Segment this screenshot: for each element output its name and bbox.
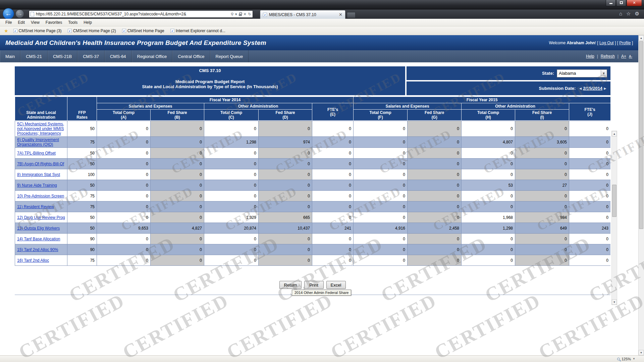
cell-D[interactable]: 0 [259, 244, 312, 255]
cell-J[interactable]: 0 [569, 255, 611, 266]
maximize-button[interactable] [616, 0, 626, 6]
cell-C[interactable]: 0 [204, 169, 259, 180]
table-scrollbar[interactable]: ▲ ▼ [611, 131, 617, 305]
window-titlebar[interactable]: ✕ [0, 0, 644, 9]
menu-item-2[interactable]: View [28, 19, 42, 25]
scroll-up-icon[interactable]: ▲ [639, 35, 644, 41]
back-button[interactable]: ← [3, 8, 14, 19]
cell-H[interactable]: 0 [462, 191, 515, 201]
cell-G[interactable]: 0 [408, 255, 462, 266]
cell-F[interactable]: 0 [354, 121, 408, 137]
cell-F[interactable]: 4,916 [354, 223, 408, 234]
security-lock-icon[interactable] [239, 14, 242, 16]
cell-I[interactable]: 0 [515, 201, 569, 212]
cell-I[interactable]: 0 [515, 191, 569, 201]
cell-D[interactable]: 0 [259, 180, 312, 191]
new-tab-button[interactable] [347, 12, 356, 18]
favorite-item-3[interactable]: eInternet Explorer cannot d... [168, 28, 228, 34]
cell-B[interactable]: 0 [151, 180, 204, 191]
logout-link[interactable]: Log Out [599, 41, 614, 45]
cell-I[interactable]: 0 [515, 121, 569, 137]
state-dropdown[interactable]: Alabama ▼ [557, 69, 607, 77]
row-link[interactable]: 10) Pre-Admission Screen [17, 194, 64, 198]
settings-gear-icon[interactable]: ⚙ [635, 11, 639, 17]
cell-C[interactable]: 1,298 [204, 137, 259, 148]
cell-G[interactable]: 0 [408, 180, 462, 191]
cell-D[interactable]: 665 [259, 212, 312, 223]
menu-item-5[interactable]: Help [81, 19, 95, 25]
cell-D[interactable]: 0 [259, 201, 312, 212]
cell-A[interactable]: 0 [97, 244, 151, 255]
home-icon[interactable]: ⌂ [619, 11, 622, 17]
scrollbar-thumb[interactable] [639, 41, 643, 229]
cell-E[interactable]: 0 [312, 180, 354, 191]
cell-B[interactable]: 0 [151, 169, 204, 180]
cell-D[interactable]: 0 [259, 169, 312, 180]
cell-H[interactable]: 0 [462, 201, 515, 212]
menu-item-0[interactable]: File [3, 19, 14, 25]
favorite-item-0[interactable]: eCMSnet Home Page (3) [11, 28, 64, 34]
cell-H[interactable]: 1,968 [462, 212, 515, 223]
cell-F[interactable]: 0 [354, 234, 408, 244]
cell-H[interactable]: 0 [462, 148, 515, 159]
cell-C[interactable]: 0 [204, 244, 259, 255]
cell-D[interactable]: 0 [259, 234, 312, 244]
cell-C[interactable]: 0 [204, 148, 259, 159]
cell-E[interactable]: 0 [312, 148, 354, 159]
row-link[interactable]: 12) Drug Use Review Prog [17, 215, 65, 220]
dropdown-arrow-icon[interactable]: ▼ [601, 70, 606, 77]
cell-B[interactable]: 0 [151, 191, 204, 201]
row-link[interactable]: 16) Tanf 2nd Alloc [17, 258, 49, 263]
row-link[interactable]: 14) Tanf Base Allocation [17, 237, 60, 241]
refresh-icon[interactable]: ↻ [248, 12, 251, 16]
cell-A[interactable]: 0 [97, 180, 151, 191]
cell-J[interactable]: 0 [569, 148, 611, 159]
cell-E[interactable]: 0 [312, 159, 354, 169]
cell-F[interactable]: 0 [354, 191, 408, 201]
scrollbar-thumb[interactable] [612, 185, 616, 217]
url-text[interactable]: https://65.220.21.9/MBESCBES/CMS37/CMS37… [36, 12, 229, 16]
cell-I[interactable]: 0 [515, 148, 569, 159]
help-link[interactable]: Help [586, 54, 594, 59]
cell-F[interactable]: 0 [354, 244, 408, 255]
favorite-item-2[interactable]: eCMSnet Home Page [120, 28, 167, 34]
cell-C[interactable]: 0 [204, 255, 259, 266]
row-link[interactable]: 7A) TPL-Billing Offset [17, 151, 56, 156]
nav-item-regional-office[interactable]: Regional Office [132, 50, 173, 62]
nav-item-cms-64[interactable]: CMS-64 [105, 50, 132, 62]
cell-E[interactable]: 0 [312, 169, 354, 180]
cell-E[interactable]: 0 [312, 212, 354, 223]
excel-button[interactable]: Excel [326, 281, 346, 289]
cell-C[interactable]: 0 [204, 121, 259, 137]
nav-item-cms-21[interactable]: CMS-21 [20, 50, 48, 62]
cell-G[interactable]: 0 [408, 234, 462, 244]
zoom-dropdown-icon[interactable]: ▼ [633, 357, 635, 360]
cell-E[interactable]: 0 [312, 255, 354, 266]
cell-F[interactable]: 0 [354, 148, 408, 159]
cell-A[interactable]: 0 [97, 159, 151, 169]
cell-J[interactable]: 0 [569, 201, 611, 212]
cell-B[interactable]: 0 [151, 201, 204, 212]
cell-A[interactable]: 0 [97, 212, 151, 223]
previous-date-icon[interactable]: ◄ [578, 86, 582, 91]
cell-C[interactable]: 0 [204, 201, 259, 212]
cell-D[interactable]: 0 [259, 191, 312, 201]
cell-C[interactable]: 0 [204, 159, 259, 169]
cell-G[interactable]: 2,458 [408, 223, 462, 234]
cell-J[interactable]: 0 [569, 169, 611, 180]
cell-J[interactable]: 0 [569, 212, 611, 223]
cell-I[interactable]: 0 [515, 255, 569, 266]
cell-G[interactable]: 0 [408, 212, 462, 223]
cell-F[interactable]: 0 [354, 201, 408, 212]
cell-F[interactable]: 0 [354, 159, 408, 169]
row-link[interactable]: 9) Nurse Aide Training [17, 183, 57, 188]
row-link[interactable]: 15) Tanf 2nd Alloc 90% [17, 247, 58, 252]
nav-item-cms-37[interactable]: CMS-37 [77, 50, 105, 62]
cell-F[interactable]: 0 [354, 255, 408, 266]
cell-D[interactable]: 0 [259, 121, 312, 137]
nav-item-main[interactable]: Main [0, 50, 20, 62]
cell-A[interactable]: 0 [97, 148, 151, 159]
cell-B[interactable]: 0 [151, 255, 204, 266]
return-button[interactable]: Return [279, 281, 301, 289]
minimize-button[interactable] [606, 0, 616, 6]
